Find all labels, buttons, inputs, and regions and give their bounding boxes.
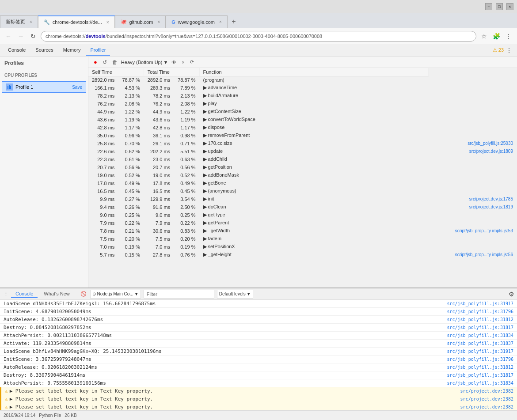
close-button[interactable]: × [506,3,513,10]
console-link[interactable]: src/jsb_polyfill.js:31834 [447,381,513,386]
bottom-drawer-button[interactable]: ⋮ [3,290,9,298]
console-link[interactable]: src/jsb_polyfill.js:31796 [447,357,513,362]
reload-button[interactable]: ↻ [28,31,38,41]
console-link[interactable]: src/jsb_polyfill.js:31812 [447,317,513,322]
table-row: 7.9 ms 0.22 % 7.9 ms 0.22 % ▶ getParent [88,219,517,227]
profile-1-item[interactable]: Profile 1 Save [2,81,86,93]
table-row: 7.0 ms 0.19 % 7.0 ms 0.19 % ▶ setPositio… [88,243,517,251]
console-link[interactable]: src/jsb_polyfill.js:31796 [447,309,513,314]
url-box[interactable]: chrome-devtools://devtools/bundled/inspe… [41,31,476,42]
record-stop-button[interactable]: ● [92,58,99,66]
new-tab-button[interactable]: + [228,15,240,28]
console-settings-button[interactable]: ⚙ [509,291,514,298]
cell-total-pct: 78.87 % [174,76,199,84]
cell-self-pct: 0.62 % [118,148,144,155]
close-flamechart-button[interactable]: × [180,59,186,66]
col-self-time[interactable]: Self Time [88,68,144,76]
cell-total-time: 7.9 ms [144,219,174,227]
cell-link[interactable]: src/project.dev.js:1785 [429,195,517,203]
col-total-time[interactable]: Total Time [144,68,199,76]
reload-record-button[interactable]: ↺ [101,58,109,66]
devtools-tab-memory[interactable]: Memory [59,45,85,56]
profile-save-button[interactable]: Save [72,85,82,90]
cell-fn: ▶ init [199,195,429,203]
cell-fn: ▶ getParent [199,219,429,227]
eye-button[interactable]: 👁 [170,59,178,66]
console-output[interactable]: LoadScene d1NHXHs35F1rbFJZKeigk1: 156.66… [0,300,517,410]
cell-link [429,132,517,140]
maximize-button[interactable]: □ [496,3,503,10]
context-select[interactable]: ⊙ Node.js Main Co... ▼ [90,290,141,299]
menu-button[interactable]: ⋮ [504,31,513,41]
cell-self-pct: 0.70 % [118,140,144,148]
minimize-button[interactable]: − [485,3,492,10]
cell-self-pct: 0.56 % [118,163,144,171]
tab-google[interactable]: G www.google.com × [166,15,228,28]
back-button[interactable]: ← [4,31,13,41]
console-link[interactable]: src/project.dev:2382 [460,397,513,401]
devtools-tab-sources[interactable]: Sources [31,45,57,56]
console-link[interactable]: src/jsb_polyfill.js:31817 [447,373,513,378]
profiler-mode-arrow: ▼ [163,60,168,65]
cell-self-time: 166.1 ms [88,84,118,92]
devtools-more-button[interactable]: ⋮ [505,46,513,55]
extensions-button[interactable]: 🧩 [491,31,501,41]
cell-total-time: 16.5 ms [144,187,174,195]
cell-link[interactable]: script/jsb_prop...ty impls.js:53 [429,227,517,235]
profiler-mode-select[interactable]: Heavy (Bottom Up) ▼ [121,60,168,65]
level-arrow-icon: ▼ [247,291,251,296]
forward-button[interactable]: → [16,31,26,41]
profiler-mode-label: Heavy (Bottom Up) [121,60,163,65]
console-link[interactable]: src/jsb_polyfill.js:31817 [447,325,513,330]
warn-icon: ⚠ [5,388,8,394]
devtools-tab-console[interactable]: Console [4,45,30,56]
console-link[interactable]: src/jsb_polyfill.js:31834 [447,333,513,338]
tab-close-google[interactable]: × [219,19,222,24]
bottom-tab-console[interactable]: Console [11,290,38,298]
console-link[interactable]: src/jsb_polyfill.js:31917 [447,349,513,354]
bottom-tab-whatsnew[interactable]: What's New [39,290,74,298]
console-line: InitScene: 3.367259979248047ms src/jsb_p… [0,356,517,363]
cell-link [429,235,517,243]
profile-table-container[interactable]: Self Time Total Time Function 2892.0 ms … [88,68,517,288]
cell-total-time: 76.2 ms [144,100,174,108]
clear-button[interactable]: 🗑 [110,58,119,66]
tab-close-devtools[interactable]: × [106,20,109,25]
clear-console-button[interactable]: 🚫 [80,290,87,298]
cell-total-pct: 0.25 % [174,211,199,219]
tab-new[interactable]: 新标签页 × [0,15,38,28]
filter-input[interactable] [144,290,214,299]
devtools-tab-profiler[interactable]: Profiler [86,45,110,56]
col-function[interactable]: Function [199,68,429,76]
cell-link[interactable]: src/jsb_polyfill.js:25030 [429,140,517,148]
console-link[interactable]: src/project.dev:2382 [460,389,513,394]
tab-close-github[interactable]: × [157,19,160,24]
table-row: 16.5 ms 0.45 % 16.5 ms 0.45 % ▶ (anonymo… [88,187,517,195]
console-link[interactable]: src/jsb_polyfill.js:31837 [447,341,513,346]
bookmark-button[interactable]: ☆ [479,31,489,41]
main-layout: Profiles CPU PROFILES Profile 1 Save ● [0,57,517,420]
cell-total-time: 43.6 ms [144,116,174,124]
cell-fn: ▶ _getWidth [199,227,429,235]
console-link[interactable]: src/project.dev:2382 [460,405,513,409]
cell-link [429,171,517,179]
cell-link[interactable]: src/project.dev.js:1819 [429,203,517,211]
console-line: InitScene: 4.687901020050049ms src/jsb_p… [0,308,517,316]
cell-self-time: 9.4 ms [88,203,118,211]
cell-link[interactable]: src/project.dev.js:1809 [429,148,517,155]
cell-total-pct: 0.45 % [174,187,199,195]
refresh-button[interactable]: ⟳ [188,58,196,66]
cell-link[interactable]: script/jsb_prop...ty impls.js:56 [429,251,517,259]
cell-total-pct: 3.54 % [174,195,199,203]
tab-github[interactable]: 🐙 github.com × [115,15,166,28]
console-message: ▶ Please set label text key in Text Key … [10,396,460,402]
table-row: 7.5 ms 0.20 % 7.5 ms 0.20 % ▶ fadeIn [88,235,517,243]
console-link[interactable]: src/jsb_polyfill.js:31812 [447,365,513,370]
tab-devtools[interactable]: 🔧 chrome-devtools://de... × [38,15,115,28]
tab-close-new[interactable]: × [30,19,32,24]
cell-total-pct: 1.19 % [174,116,199,124]
level-select[interactable]: Default levels ▼ [217,290,253,299]
console-link[interactable]: src/jsb_polyfill.js:31917 [447,301,513,306]
cell-total-time: 44.9 ms [144,108,174,116]
console-message: ▶ Please set label text key in Text Key … [10,404,460,410]
